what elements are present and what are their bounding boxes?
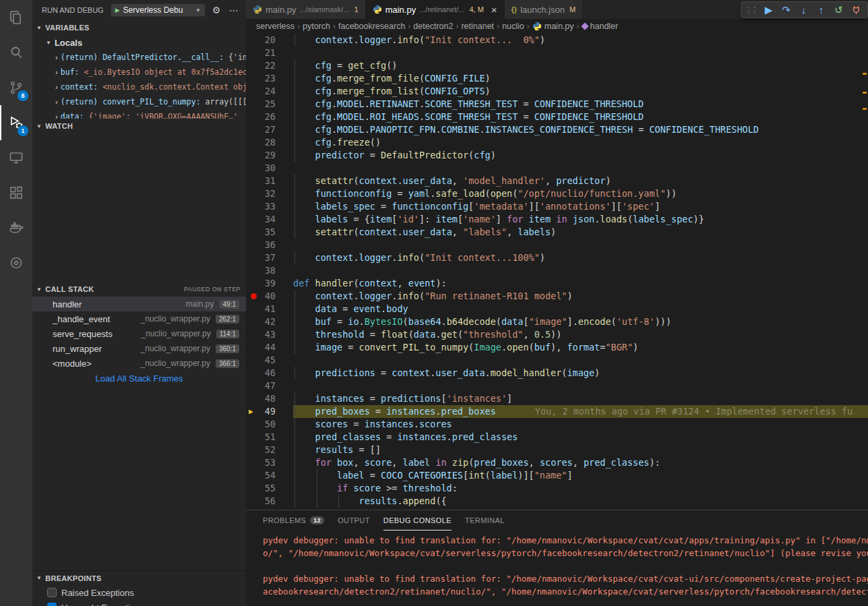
stack-frame-row[interactable]: <module>_nuclio_wrapper.py366:1 [32, 356, 246, 371]
activity-remote-explorer[interactable] [0, 140, 32, 175]
activity-explorer[interactable] [0, 0, 32, 35]
code-line-content[interactable]: pred_boxes = instances.pred_boxesYou, 2 … [293, 405, 868, 418]
activity-remote-containers[interactable] [0, 245, 32, 280]
load-all-stack-frames-link[interactable]: Load All Stack Frames [32, 371, 246, 386]
line-gutter[interactable]: 32 [246, 187, 293, 200]
continue-button[interactable]: ▶ [761, 3, 776, 17]
more-actions-icon[interactable]: ⋯ [227, 5, 241, 16]
code-line-content[interactable]: image = convert_PIL_to_numpy(Image.open(… [293, 341, 868, 354]
checkbox[interactable] [47, 588, 57, 597]
line-gutter[interactable]: 26 [246, 111, 293, 123]
activity-extensions[interactable] [0, 175, 32, 210]
code-line-content[interactable]: cfg.merge_from_file(CONFIG_FILE) [293, 72, 868, 85]
breakpoint-icon[interactable] [251, 293, 257, 299]
line-gutter[interactable]: 43 [246, 328, 293, 341]
code-line-content[interactable]: predictions = context.user_data.model_ha… [293, 367, 868, 380]
code-line-content[interactable]: label = COCO_CATEGORIES[int(label)]["nam… [293, 469, 868, 482]
breadcrumb-item-detectron2[interactable]: detectron2 [413, 22, 453, 31]
code-line-content[interactable]: threshold = float(data.get("threshold", … [293, 328, 868, 341]
line-gutter[interactable]: 37 [246, 251, 293, 264]
debug-console-output[interactable]: pydev debugger: unable to find translati… [246, 531, 868, 606]
line-gutter[interactable]: 55 [246, 482, 293, 495]
line-gutter[interactable]: 24 [246, 85, 293, 98]
editor-tab-launch.json[interactable]: {}launch.jsonM [505, 0, 584, 19]
disconnect-button[interactable] [848, 3, 864, 17]
line-gutter[interactable]: 42 [246, 315, 293, 328]
code-line-content[interactable]: context.logger.info("Run retinanet-R101 … [293, 290, 868, 303]
code-line-content[interactable] [293, 47, 868, 59]
code-line-content[interactable]: cfg.merge_from_list(CONFIG_OPTS) [293, 85, 868, 98]
line-gutter[interactable]: ▶49 [246, 405, 293, 418]
breadcrumb-item-handler[interactable]: handler [582, 22, 619, 31]
toolbar-drag-handle[interactable]: ⋮⋮ [745, 5, 757, 15]
code-line-content[interactable]: labels = {item['id']: item['name'] for i… [293, 213, 868, 226]
line-gutter[interactable]: 23 [246, 72, 293, 85]
code-line-content[interactable]: predictor = DefaultPredictor(cfg) [293, 149, 868, 162]
code-line-content[interactable]: cfg.MODEL.PANOPTIC_FPN.COMBINE.INSTANCES… [293, 123, 868, 136]
variable-row[interactable]: ›context: <nuclio_sdk.context.Context ob… [32, 80, 246, 94]
breadcrumb-item-pytorch[interactable]: pytorch [303, 22, 330, 31]
line-gutter[interactable]: 46 [246, 367, 293, 380]
code-line-content[interactable]: instances = predictions['instances'] [293, 392, 868, 405]
line-gutter[interactable]: 45 [246, 354, 293, 367]
code-line-content[interactable]: scores = instances.scores [293, 418, 868, 431]
code-line-content[interactable]: data = event.body [293, 303, 868, 315]
activity-source-control[interactable]: 8 [0, 70, 32, 105]
code-line-content[interactable]: results = [] [293, 444, 868, 456]
activity-run-and-debug[interactable]: 1 [0, 105, 32, 140]
call-stack-section-header[interactable]: ▼ CALL STACK PAUSED ON STEP [32, 282, 246, 297]
line-gutter[interactable]: 22 [246, 59, 293, 72]
panel-tab-debug-console[interactable]: DEBUG CONSOLE [383, 510, 452, 531]
start-debugging-icon[interactable]: ▶ [115, 7, 120, 13]
step-over-button[interactable]: ↷ [778, 3, 794, 17]
code-line-content[interactable] [293, 380, 868, 392]
step-out-button[interactable]: ↑ [813, 3, 829, 17]
line-gutter[interactable]: 41 [246, 303, 293, 315]
code-line-content[interactable]: setattr(context.user_data, 'model_handle… [293, 175, 868, 187]
line-gutter[interactable]: 25 [246, 98, 293, 111]
line-gutter[interactable]: 51 [246, 431, 293, 444]
activity-docker[interactable] [0, 210, 32, 245]
code-line-content[interactable]: functionconfig = yaml.safe_load(open("/o… [293, 187, 868, 200]
line-gutter[interactable]: 38 [246, 264, 293, 277]
panel-tab-output[interactable]: OUTPUT [338, 510, 370, 531]
breadcrumb-item-retinanet[interactable]: retinanet [461, 22, 494, 31]
code-line-content[interactable] [293, 162, 868, 175]
code-line-content[interactable] [293, 239, 868, 251]
step-into-button[interactable]: ↓ [796, 3, 811, 17]
line-gutter[interactable]: 53 [246, 456, 293, 469]
code-line-content[interactable]: setattr(context.user_data, "labels", lab… [293, 226, 868, 239]
line-gutter[interactable]: 56 [246, 495, 293, 508]
watch-section-header[interactable]: ▼ WATCH [32, 119, 246, 133]
gear-icon[interactable]: ⚙ [210, 5, 223, 16]
line-gutter[interactable]: 48 [246, 392, 293, 405]
panel-tab-problems[interactable]: PROBLEMS12 [263, 510, 324, 531]
code-line-content[interactable]: buf = io.BytesIO(base64.b64decode(data["… [293, 315, 868, 328]
line-gutter[interactable]: 21 [246, 47, 293, 59]
line-gutter[interactable]: 52 [246, 444, 293, 456]
stack-frame-row[interactable]: _handle_event_nuclio_wrapper.py262:1 [32, 311, 246, 326]
line-gutter[interactable]: 50 [246, 418, 293, 431]
code-line-content[interactable] [293, 354, 868, 367]
code-line-content[interactable]: def handler(context, event): [293, 277, 868, 290]
line-gutter[interactable]: 31 [246, 175, 293, 187]
code-line-content[interactable]: if score >= threshold: [293, 482, 868, 495]
breakpoints-section-header[interactable]: ▼ BREAKPOINTS [32, 570, 246, 585]
code-line-content[interactable]: context.logger.info("Init context... 0%"… [293, 34, 868, 47]
breakpoint-row[interactable]: Raised Exceptions [32, 585, 246, 600]
scope-locals[interactable]: ▼ Locals [32, 35, 246, 50]
code-line-content[interactable]: cfg.MODEL.RETINANET.SCORE_THRESH_TEST = … [293, 98, 868, 111]
variable-row[interactable]: ›data: {'image': 'iVBOR…OXG=AAAANSUhE…' [32, 109, 246, 119]
breakpoint-row[interactable]: ✓Uncaught Exceptions [32, 600, 246, 606]
breadcrumb-item-serverless[interactable]: serverless [256, 22, 294, 31]
panel-tab-terminal[interactable]: TERMINAL [465, 510, 505, 531]
line-gutter[interactable]: 34 [246, 213, 293, 226]
line-gutter[interactable]: 28 [246, 136, 293, 149]
line-gutter[interactable]: 40 [246, 290, 293, 303]
activity-search[interactable] [0, 35, 32, 70]
restart-button[interactable]: ↺ [831, 3, 846, 17]
breadcrumb-item-nuclio[interactable]: nuclio [502, 22, 524, 31]
code-line-content[interactable]: for box, score, label in zip(pred_boxes,… [293, 456, 868, 469]
line-gutter[interactable]: 47 [246, 380, 293, 392]
line-gutter[interactable]: 35 [246, 226, 293, 239]
